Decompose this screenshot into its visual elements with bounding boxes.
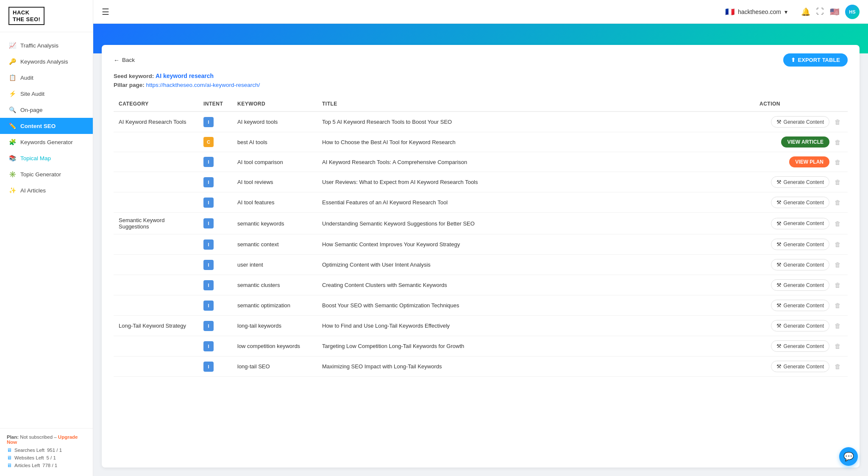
generate-content-button[interactable]: ⚒Generate Content bbox=[771, 259, 829, 270]
delete-row-button[interactable]: 🗑 bbox=[833, 117, 843, 126]
delete-row-button[interactable]: 🗑 bbox=[833, 219, 843, 228]
topical-map-icon: 📚 bbox=[8, 154, 16, 162]
pillar-page-url[interactable]: https://hacktheseo.com/ai-keyword-resear… bbox=[146, 82, 260, 88]
main-area: ☰ 🇫🇷 hacktheseo.com ▾ 🔔 ⛶ 🇺🇸 HS ← Back bbox=[93, 0, 868, 476]
cell-intent: I bbox=[198, 316, 232, 336]
topical-map-label: Topical Map bbox=[20, 155, 51, 161]
trash-icon: 🗑 bbox=[835, 139, 841, 146]
stat-value: 778 / 1 bbox=[42, 463, 57, 468]
cell-action: ⚒Generate Content🗑 bbox=[754, 295, 848, 316]
plan-line: Plan: Not subscribed – Upgrade Now bbox=[7, 434, 86, 445]
chat-bubble[interactable]: 💬 bbox=[839, 447, 858, 466]
sidebar-item-topic-generator[interactable]: ✳️Topic Generator bbox=[0, 166, 93, 182]
delete-row-button[interactable]: 🗑 bbox=[833, 260, 843, 269]
table-row: Iuser intentOptimizing Content with User… bbox=[114, 255, 848, 275]
cell-keyword: long-tail keywords bbox=[232, 316, 317, 336]
pillar-page-line: Pillar page: https://hacktheseo.com/ai-k… bbox=[114, 82, 848, 88]
chevron-down-icon: ▾ bbox=[785, 8, 787, 15]
traffic-analysis-icon: 📈 bbox=[8, 42, 16, 49]
cell-category: AI Keyword Research Tools bbox=[114, 111, 198, 132]
delete-row-button[interactable]: 🗑 bbox=[833, 321, 843, 330]
generate-content-button[interactable]: ⚒Generate Content bbox=[771, 279, 829, 291]
export-label: EXPORT TABLE bbox=[798, 57, 840, 63]
cell-keyword: AI tool features bbox=[232, 192, 317, 213]
generate-content-button[interactable]: ⚒Generate Content bbox=[771, 340, 829, 352]
cell-keyword: long-tail SEO bbox=[232, 356, 317, 377]
cell-category bbox=[114, 192, 198, 213]
trash-icon: 🗑 bbox=[835, 241, 841, 248]
generate-content-button[interactable]: ⚒Generate Content bbox=[771, 218, 829, 229]
hamburger-icon[interactable]: ☰ bbox=[102, 7, 109, 17]
generate-content-button[interactable]: ⚒Generate Content bbox=[771, 116, 829, 128]
cell-action: ⚒Generate Content🗑 bbox=[754, 255, 848, 275]
topic-generator-icon: ✳️ bbox=[8, 170, 16, 178]
sidebar-item-on-page[interactable]: 🔍On-page bbox=[0, 102, 93, 118]
sidebar-item-topical-map[interactable]: 📚Topical Map bbox=[0, 150, 93, 166]
delete-row-button[interactable]: 🗑 bbox=[833, 281, 843, 289]
generate-content-button[interactable]: ⚒Generate Content bbox=[771, 361, 829, 372]
trash-icon: 🗑 bbox=[835, 342, 841, 350]
delete-row-button[interactable]: 🗑 bbox=[833, 178, 843, 187]
table-row: Isemantic contextHow Semantic Context Im… bbox=[114, 234, 848, 255]
cell-title: Targeting Low Competition Long-Tail Keyw… bbox=[317, 336, 754, 356]
sidebar-item-audit[interactable]: 📋Audit bbox=[0, 70, 93, 86]
table-row: Long-Tail Keyword StrategyIlong-tail key… bbox=[114, 316, 848, 336]
wand-icon: ⚒ bbox=[776, 282, 782, 288]
domain-selector[interactable]: 🇫🇷 hacktheseo.com ▾ bbox=[725, 7, 787, 17]
generate-content-button[interactable]: ⚒Generate Content bbox=[771, 197, 829, 208]
stat-icon: 🖥 bbox=[7, 455, 12, 461]
stat-value: 951 / 1 bbox=[47, 448, 62, 453]
generate-content-button[interactable]: ⚒Generate Content bbox=[771, 176, 829, 188]
language-flag-icon[interactable]: 🇺🇸 bbox=[830, 7, 839, 17]
export-table-button[interactable]: ⬆ EXPORT TABLE bbox=[783, 53, 848, 67]
table-row: Ilow competition keywordsTargeting Low C… bbox=[114, 336, 848, 356]
generate-content-button[interactable]: ⚒Generate Content bbox=[771, 300, 829, 311]
delete-row-button[interactable]: 🗑 bbox=[833, 301, 843, 310]
table-row: Isemantic clustersCreating Content Clust… bbox=[114, 275, 848, 295]
cell-title: Top 5 AI Keyword Research Tools to Boost… bbox=[317, 111, 754, 132]
view-plan-button[interactable]: VIEW PLAN bbox=[789, 156, 829, 167]
cell-keyword: AI tool reviews bbox=[232, 172, 317, 192]
delete-row-button[interactable]: 🗑 bbox=[833, 362, 843, 371]
sidebar-item-traffic-analysis[interactable]: 📈Traffic Analysis bbox=[0, 37, 93, 53]
back-button[interactable]: ← Back bbox=[114, 57, 135, 64]
intent-badge-i: I bbox=[203, 301, 214, 311]
sidebar-item-ai-articles[interactable]: ✨AI Articles bbox=[0, 182, 93, 198]
table-row: Isemantic optimizationBoost Your SEO wit… bbox=[114, 295, 848, 316]
delete-row-button[interactable]: 🗑 bbox=[833, 198, 843, 207]
flag-icon: 🇫🇷 bbox=[725, 7, 734, 17]
generate-content-button[interactable]: ⚒Generate Content bbox=[771, 239, 829, 250]
cell-keyword: low competition keywords bbox=[232, 336, 317, 356]
avatar[interactable]: HS bbox=[845, 5, 860, 19]
delete-row-button[interactable]: 🗑 bbox=[833, 240, 843, 249]
sidebar-item-site-audit[interactable]: ⚡Site Audit bbox=[0, 86, 93, 102]
generate-label: Generate Content bbox=[784, 323, 824, 329]
wand-icon: ⚒ bbox=[776, 119, 782, 125]
sidebar-item-keywords-generator[interactable]: 🧩Keywords Generator bbox=[0, 134, 93, 150]
sidebar-item-keywords-analysis[interactable]: 🔑Keywords Analysis bbox=[0, 53, 93, 70]
trash-icon: 🗑 bbox=[835, 159, 841, 166]
stat-value: 5 / 1 bbox=[46, 455, 56, 460]
stat-icon: 🖥 bbox=[7, 447, 12, 453]
sidebar-nav: 📈Traffic Analysis🔑Keywords Analysis📋Audi… bbox=[0, 32, 93, 428]
delete-row-button[interactable]: 🗑 bbox=[833, 158, 843, 167]
cell-intent: I bbox=[198, 234, 232, 255]
generate-label: Generate Content bbox=[784, 220, 824, 226]
cell-keyword: AI keyword tools bbox=[232, 111, 317, 132]
cell-intent: I bbox=[198, 213, 232, 234]
expand-icon[interactable]: ⛶ bbox=[816, 7, 824, 16]
cell-category bbox=[114, 275, 198, 295]
view-article-button[interactable]: VIEW ARTICLE bbox=[781, 136, 829, 148]
notification-icon[interactable]: 🔔 bbox=[801, 7, 810, 17]
chat-icon: 💬 bbox=[843, 451, 854, 462]
cell-action: ⚒Generate Content🗑 bbox=[754, 172, 848, 192]
footer-stat-searches-left: 🖥Searches Left 951 / 1 bbox=[7, 447, 86, 453]
delete-row-button[interactable]: 🗑 bbox=[833, 138, 843, 147]
cell-action: ⚒Generate Content🗑 bbox=[754, 213, 848, 234]
intent-badge-i: I bbox=[203, 280, 214, 290]
table-row: Ilong-tail SEOMaximizing SEO Impact with… bbox=[114, 356, 848, 377]
generate-label: Generate Content bbox=[784, 179, 824, 185]
generate-content-button[interactable]: ⚒Generate Content bbox=[771, 320, 829, 331]
sidebar-item-content-seo[interactable]: ✏️Content SEO bbox=[0, 118, 93, 134]
delete-row-button[interactable]: 🗑 bbox=[833, 342, 843, 351]
